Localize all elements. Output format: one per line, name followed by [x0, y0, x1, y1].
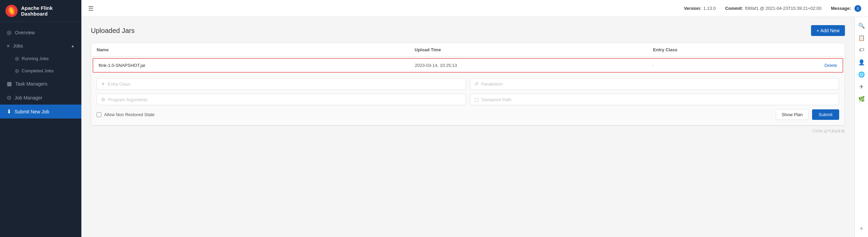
topbar-info: Version: 1.13.0 Commit: f06faf1 @ 2021-0… — [684, 5, 861, 12]
running-jobs-icon: ◎ — [15, 56, 19, 61]
sidebar: Apache Flink Dashboard ◎ Overview ≡ Jobs… — [0, 0, 81, 237]
form-row-1: ✦ ↺ — [97, 78, 839, 90]
commit-label: Commit: — [725, 6, 743, 11]
col-entry-class: Entry Class — [653, 47, 812, 52]
show-plan-button[interactable]: Show Plan — [776, 109, 808, 120]
program-args-input[interactable] — [108, 97, 461, 102]
sidebar-item-running-jobs[interactable]: ◎ Running Jobs — [0, 52, 81, 65]
submit-new-job-label: Submit New Job — [15, 109, 49, 114]
actions-right: Show Plan Submit — [776, 109, 839, 120]
col-action — [812, 47, 839, 52]
flink-logo — [5, 5, 18, 17]
message-badge: 0 — [854, 5, 861, 12]
jar-upload-time: 2023-03-14, 10:25:13 — [415, 63, 652, 68]
task-managers-icon: ▦ — [7, 80, 12, 87]
sidebar-item-submit-new-job[interactable]: ⬇ Submit New Job — [0, 105, 81, 118]
right-strip: 🔍 📋 🏷 👤 🌐 ✈ 🌿 + — [854, 17, 868, 237]
page-title: Uploaded Jars — [91, 27, 135, 35]
version-label: Version: — [684, 6, 701, 11]
commit-value: f06faf1 @ 2021-04-23T15:39:21+02:00 — [745, 6, 821, 11]
main-content: Uploaded Jars + Add New Name Upload Time… — [81, 17, 854, 237]
savepoint-path-input[interactable] — [481, 97, 835, 102]
jar-table: Name Upload Time Entry Class flink-1.0-S… — [91, 43, 845, 126]
strip-user-icon[interactable]: 👤 — [856, 56, 867, 68]
entry-class-input-wrapper: ✦ — [97, 78, 466, 90]
submit-new-job-icon: ⬇ — [7, 108, 11, 115]
strip-clipboard-icon[interactable]: 📋 — [856, 32, 867, 43]
program-args-input-wrapper: ⚙ — [97, 94, 466, 105]
sidebar-logo: Apache Flink Dashboard — [0, 0, 81, 22]
jar-row: flink-1.0-SNAPSHOT.jar 2023-03-14, 10:25… — [91, 58, 845, 126]
entry-class-input[interactable] — [108, 81, 461, 87]
jobs-label: Jobs — [13, 43, 23, 49]
form-row-2: ⚙ ▢ — [97, 94, 839, 105]
sidebar-item-job-manager[interactable]: ⊙ Job Manager — [0, 91, 81, 105]
strip-tag-icon[interactable]: 🏷 — [856, 44, 867, 56]
completed-jobs-label: Completed Jobs — [22, 68, 54, 73]
strip-globe-icon[interactable]: 🌐 — [856, 69, 867, 80]
savepoint-path-input-wrapper: ▢ — [470, 94, 839, 105]
job-manager-icon: ⊙ — [7, 94, 11, 101]
parallelism-input[interactable] — [481, 81, 835, 87]
message-count: 0 — [857, 6, 859, 11]
sidebar-item-overview[interactable]: ◎ Overview — [0, 25, 81, 39]
footer-note: CSDN @气风&朱南 — [91, 129, 845, 134]
jobs-icon: ≡ — [7, 43, 9, 49]
col-name: Name — [97, 47, 415, 52]
strip-plane-icon[interactable]: ✈ — [856, 81, 867, 92]
allow-non-restored-text: Allow Non Restored State — [104, 112, 155, 117]
jobs-chevron-icon: ▲ — [71, 44, 75, 48]
parallelism-input-wrapper: ↺ — [470, 78, 839, 90]
body-row: Uploaded Jars + Add New Name Upload Time… — [81, 17, 868, 237]
main-wrapper: ☰ Version: 1.13.0 Commit: f06faf1 @ 2021… — [81, 0, 868, 237]
jar-name: flink-1.0-SNAPSHOT.jar — [99, 63, 415, 68]
submit-button[interactable]: Submit — [812, 109, 839, 120]
topbar: ☰ Version: 1.13.0 Commit: f06faf1 @ 2021… — [81, 0, 868, 17]
sidebar-item-task-managers[interactable]: ▦ Task Managers — [0, 77, 81, 91]
table-header: Name Upload Time Entry Class — [91, 43, 845, 57]
strip-search-icon[interactable]: 🔍 — [856, 20, 867, 31]
parallelism-icon: ↺ — [474, 81, 478, 87]
strip-plus-icon[interactable]: + — [856, 223, 867, 234]
allow-non-restored-checkbox[interactable] — [97, 112, 101, 117]
app-title: Apache Flink Dashboard — [21, 5, 76, 17]
savepoint-icon: ▢ — [474, 97, 479, 102]
jar-entry-class: - — [652, 63, 810, 68]
hamburger-icon[interactable]: ☰ — [88, 5, 94, 12]
allow-non-restored-label[interactable]: Allow Non Restored State — [97, 112, 155, 117]
task-managers-label: Task Managers — [15, 81, 47, 87]
page-header: Uploaded Jars + Add New — [91, 25, 845, 36]
jar-row-main[interactable]: flink-1.0-SNAPSHOT.jar 2023-03-14, 10:25… — [93, 58, 843, 73]
program-args-icon: ⚙ — [101, 97, 105, 102]
entry-class-icon: ✦ — [101, 81, 105, 87]
jar-delete-button[interactable]: Delete — [810, 63, 837, 68]
strip-leaf-icon[interactable]: 🌿 — [856, 93, 867, 105]
job-manager-label: Job Manager — [15, 95, 42, 101]
running-jobs-label: Running Jobs — [22, 56, 49, 61]
form-actions: Allow Non Restored State Show Plan Submi… — [97, 109, 839, 120]
overview-label: Overview — [15, 30, 35, 35]
sidebar-item-completed-jobs[interactable]: ◎ Completed Jobs — [0, 65, 81, 77]
version-value: 1.13.0 — [704, 6, 716, 11]
jar-expand-form: ✦ ↺ ⚙ — [91, 74, 845, 125]
add-new-button[interactable]: + Add New — [811, 25, 845, 36]
col-upload-time: Upload Time — [415, 47, 653, 52]
message-label: Message: — [831, 6, 851, 11]
completed-jobs-icon: ◎ — [15, 68, 19, 73]
sidebar-item-jobs[interactable]: ≡ Jobs ▲ — [0, 39, 81, 52]
sidebar-nav: ◎ Overview ≡ Jobs ▲ ◎ Running Jobs ◎ Com… — [0, 22, 81, 237]
overview-icon: ◎ — [7, 29, 12, 36]
